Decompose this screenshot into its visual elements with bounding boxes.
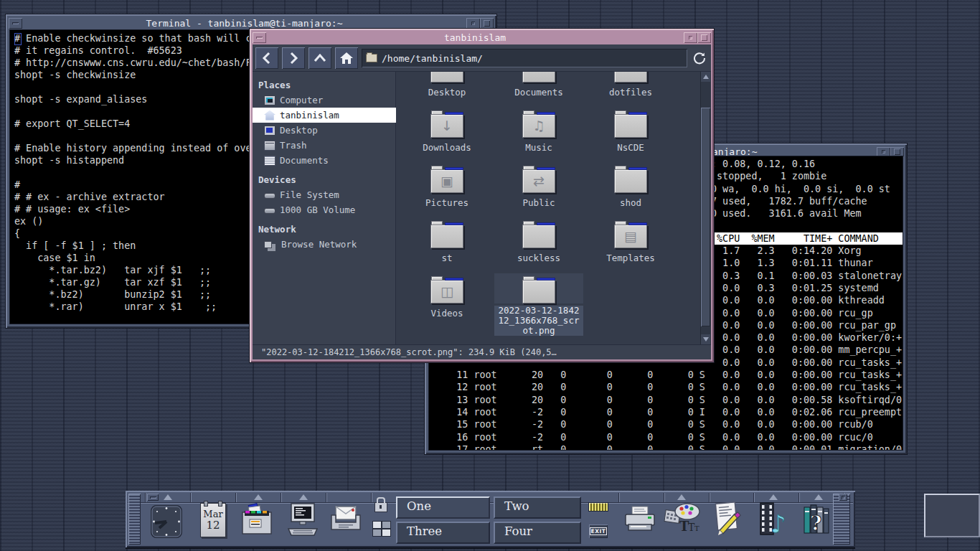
subpanel-arrow-clock[interactable] xyxy=(164,494,172,500)
style-manager-launcher[interactable]: T T T xyxy=(664,501,702,538)
folder-icon xyxy=(614,72,647,83)
terminal-left-titlebar[interactable]: Terminal - tanbinislam@ti-manjaro:~ xyxy=(9,17,494,29)
folder-icon: ↓ xyxy=(430,114,463,138)
maximize-button[interactable] xyxy=(890,147,904,156)
computer-icon xyxy=(284,501,321,537)
text-editor-launcher[interactable] xyxy=(711,501,745,538)
scrollbar-vertical[interactable] xyxy=(700,72,711,344)
file-item[interactable]: ◫ Videos xyxy=(402,273,491,329)
mail-launcher[interactable] xyxy=(327,504,364,535)
file-item[interactable]: dotfiles xyxy=(586,72,675,108)
maximize-button[interactable] xyxy=(697,32,711,43)
file-item[interactable]: st xyxy=(402,218,491,273)
calendar-day: 12 xyxy=(201,519,225,531)
file-icon: ◫ xyxy=(402,273,491,303)
exit-button[interactable]: EXIT xyxy=(589,524,608,538)
window-file-manager: tanbinislam /hom xyxy=(250,29,714,362)
top-row: 11 root 20 0 0 0 0 S 0.0 0.0 0:00.00 rcu… xyxy=(433,369,903,381)
file-view[interactable]: Desktop Documents dotfiles xyxy=(396,72,711,344)
folder-icon: ▣ xyxy=(430,169,463,193)
iconify-button[interactable] xyxy=(466,18,480,29)
sidebar-item-label: Trash xyxy=(280,140,307,151)
top-row: 12 root 20 0 0 0 0 S 0.0 0.0 0:00.00 rcu… xyxy=(433,381,903,393)
iconify-button[interactable] xyxy=(877,147,890,156)
file-item[interactable]: Desktop xyxy=(402,72,491,108)
workspace-button[interactable]: One xyxy=(396,496,490,519)
subpanel-arrow-help[interactable] xyxy=(814,494,823,500)
panel-handle-left[interactable] xyxy=(128,494,141,545)
terminal-launcher[interactable] xyxy=(284,501,321,537)
sidebar-item[interactable]: Browse Network xyxy=(253,237,396,252)
media-player-launcher[interactable]: ♪ xyxy=(756,501,791,538)
calendar-widget[interactable]: Mar 12 xyxy=(200,503,226,537)
sidebar-item[interactable]: 1000 GB Volume xyxy=(253,202,396,217)
workspace-button[interactable]: Two xyxy=(494,496,581,519)
file-item[interactable]: NsCDE xyxy=(586,108,675,163)
sidebar-item[interactable]: Desktop xyxy=(253,123,396,138)
panel-handle-right[interactable] xyxy=(833,494,850,545)
subpanel-arrow-media[interactable] xyxy=(769,494,778,500)
file-item[interactable]: suckless xyxy=(494,218,583,273)
scrollbar-thumb[interactable] xyxy=(701,108,710,326)
file-manager-launcher[interactable] xyxy=(239,502,275,537)
scroll-down-button[interactable] xyxy=(701,334,710,344)
file-icon: ♫ xyxy=(494,108,583,138)
iconify-button[interactable] xyxy=(684,32,697,43)
folder-icon xyxy=(430,225,463,248)
file-item[interactable]: Documents xyxy=(494,72,583,108)
help-launcher[interactable]: ? xyxy=(801,501,835,537)
file-item[interactable]: ↓ Downloads xyxy=(402,108,491,163)
home-icon xyxy=(339,52,354,65)
panel-iconify-button[interactable] xyxy=(839,494,847,501)
file-manager-titlebar[interactable]: tanbinislam xyxy=(253,32,711,44)
sidebar-item[interactable]: Trash xyxy=(253,138,396,153)
panel-menu-button[interactable] xyxy=(147,494,159,501)
file-icon xyxy=(586,72,675,83)
file-item[interactable]: shod xyxy=(586,163,675,218)
reload-button[interactable] xyxy=(691,50,708,67)
workspace-switcher: One Two Three Four xyxy=(396,496,581,547)
file-item[interactable]: ⇄ Public xyxy=(494,163,583,218)
folder-emblem-icon xyxy=(431,72,463,82)
sidebar-item[interactable]: tanbinislam xyxy=(253,108,396,123)
up-button[interactable] xyxy=(308,47,331,69)
workspace-button[interactable]: Four xyxy=(494,522,581,544)
file-item[interactable]: 2022-03-12-184212_1366x768_scrot.png xyxy=(494,273,583,329)
folder-emblem-icon xyxy=(615,170,646,192)
path-bar[interactable]: /home/tanbinislam/ xyxy=(362,49,687,67)
home-button[interactable] xyxy=(335,47,358,69)
subpanel-arrow-terminal[interactable] xyxy=(299,494,308,500)
iconify-icon xyxy=(471,22,475,25)
help-books-icon: ? xyxy=(801,501,835,537)
front-panel: Mar 12 xyxy=(126,491,855,547)
sidebar-item[interactable]: Documents xyxy=(253,153,396,168)
top-row: 13 root 20 0 0 0 0 S 0.0 0.0 0:00.58 kso… xyxy=(433,394,903,406)
printer-icon xyxy=(622,505,658,535)
window-menu-button[interactable] xyxy=(253,32,266,43)
subpanel-arrow-style[interactable] xyxy=(677,494,686,500)
workspace-button[interactable]: Three xyxy=(396,522,490,544)
scroll-up-button[interactable] xyxy=(701,72,710,82)
file-item[interactable]: ♫ Music xyxy=(494,108,583,163)
file-item[interactable]: ▣ Pictures xyxy=(402,163,491,218)
file-item[interactable]: ▤ Templates xyxy=(586,218,675,273)
lock-screen-button[interactable] xyxy=(374,502,387,512)
desktop: Terminal - tanbinislam@ti-manjaro:~ # En… xyxy=(0,0,980,551)
workspace-label: Four xyxy=(504,524,532,538)
sidebar-item-label: Desktop xyxy=(280,125,318,136)
file-icon: ⇄ xyxy=(494,163,583,193)
sidebar-item[interactable]: File System xyxy=(253,187,396,202)
sidebar-item[interactable]: Computer xyxy=(253,93,396,108)
folder-emblem-icon xyxy=(615,72,646,82)
clock-widget[interactable] xyxy=(149,504,184,540)
window-menu-button[interactable] xyxy=(9,18,22,29)
maximize-button[interactable] xyxy=(480,18,494,29)
file-manager-sidebar: Places Computer tan xyxy=(253,72,396,344)
printer-launcher[interactable] xyxy=(622,505,658,535)
top-row: 14 root -2 0 0 0 0 I 0.0 0.0 0:02.06 rcu… xyxy=(433,406,903,418)
back-button[interactable] xyxy=(255,47,278,69)
system-tray xyxy=(924,494,980,537)
subpanel-arrow-files[interactable] xyxy=(254,494,263,500)
forward-button[interactable] xyxy=(282,47,305,69)
window-list-button[interactable] xyxy=(372,521,391,537)
